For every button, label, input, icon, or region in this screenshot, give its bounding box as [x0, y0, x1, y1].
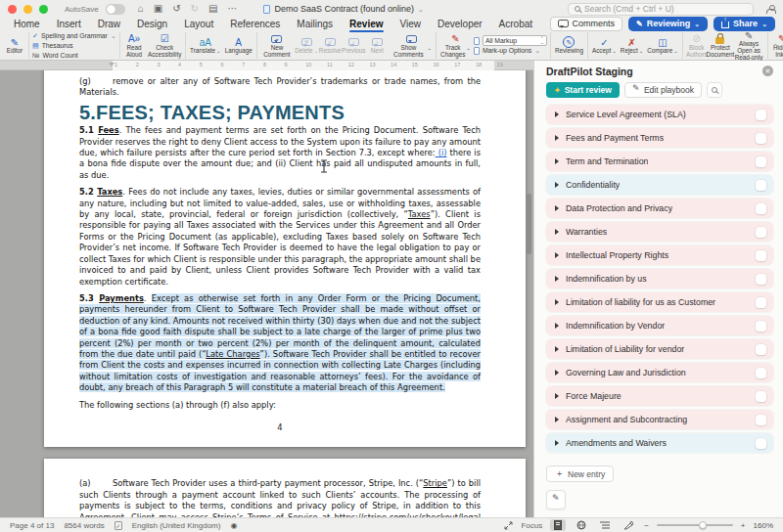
- zoom-slider[interactable]: [657, 524, 733, 526]
- clause-checkbox[interactable]: [756, 274, 766, 285]
- menu-tab-view[interactable]: View: [400, 19, 422, 29]
- clause-item-intellectual-property-rights[interactable]: Intellectual Property Rights: [546, 245, 773, 265]
- word-count[interactable]: 8564 words: [64, 521, 104, 530]
- clause-item-confidentiality[interactable]: Confidentiality: [546, 175, 773, 195]
- clause-checkbox[interactable]: [756, 297, 766, 308]
- draft-view-button[interactable]: [621, 519, 636, 531]
- clause-checkbox[interactable]: [756, 415, 766, 425]
- zoom-out-button[interactable]: −: [644, 521, 649, 530]
- zoom-in-button[interactable]: +: [741, 521, 746, 530]
- document-page[interactable]: (g)remove or alter any of Software Tech …: [44, 70, 526, 447]
- clause-item-fees-and-payment-terms[interactable]: Fees and Payment Terms: [546, 128, 773, 148]
- clause-checkbox[interactable]: [756, 250, 766, 261]
- page-indicator[interactable]: Page 4 of 13: [10, 521, 54, 530]
- vertical-scrollbar[interactable]: [527, 194, 531, 254]
- ribbon-reviewing-button[interactable]: ✎Reviewing: [554, 35, 584, 56]
- clause-checkbox[interactable]: [756, 438, 766, 449]
- ribbon-editor-button[interactable]: ✎Editor: [4, 35, 25, 56]
- menu-tab-acrobat[interactable]: Acrobat: [499, 19, 532, 29]
- print-icon[interactable]: ▤: [207, 4, 219, 14]
- document-canvas[interactable]: (g)remove or alter any of Software Tech …: [0, 70, 533, 517]
- clause-item-amendments-and-waivers[interactable]: Amendments and Waivers: [546, 433, 773, 453]
- ribbon-show-comments-button[interactable]: Show Comments: [390, 32, 433, 60]
- clause-checkbox[interactable]: [756, 133, 766, 144]
- menu-tab-review[interactable]: Review: [349, 19, 383, 29]
- clause-item-limitation-of-liability-for-us-as-customer[interactable]: Limitation of liability for us as Custom…: [546, 292, 773, 312]
- menu-tab-home[interactable]: Home: [14, 19, 40, 29]
- close-window-button[interactable]: [8, 5, 17, 14]
- ribbon-compare-button[interactable]: ◫Compare: [646, 35, 679, 56]
- language-indicator[interactable]: English (United Kingdom): [132, 521, 221, 530]
- clause-item-governing-law-and-jurisdiction[interactable]: Governing Law and Jurisdiction: [546, 363, 773, 382]
- expand-caret-icon[interactable]: [555, 299, 559, 305]
- proofing-status-icon[interactable]: ✓: [115, 521, 122, 530]
- clause-item-limitation-of-liability-for-vendor[interactable]: Limitation of Liability for vendor: [546, 339, 773, 359]
- menu-tab-developer[interactable]: Developer: [438, 19, 483, 29]
- save-icon[interactable]: ▣: [152, 4, 164, 14]
- clause-item-assignment-and-subcontracting[interactable]: Assignment and Subcontracting: [546, 410, 773, 429]
- dictation-icon[interactable]: ◉: [230, 521, 237, 530]
- undo-icon[interactable]: ↺: [170, 4, 182, 14]
- clause-checkbox[interactable]: [756, 156, 766, 167]
- edit-playbook-button[interactable]: Edit playbook: [624, 82, 702, 98]
- collapse-ribbon-icon[interactable]: ⌃: [772, 43, 778, 51]
- expand-caret-icon[interactable]: [555, 346, 559, 352]
- document-title-group[interactable]: Demo SaaS Contract (found online): [263, 4, 423, 14]
- document-page[interactable]: (a)Software Tech Provider uses a third-p…: [44, 459, 526, 517]
- clause-checkbox[interactable]: [756, 180, 766, 191]
- clause-checkbox[interactable]: [756, 391, 766, 402]
- ribbon-thesaurus-button[interactable]: ▤Thesaurus: [32, 42, 116, 50]
- new-entry-button[interactable]: ＋ New entry: [546, 466, 614, 482]
- autosave-toggle[interactable]: [106, 4, 125, 15]
- redo-icon[interactable]: ↻: [189, 4, 201, 14]
- close-panel-icon[interactable]: [762, 66, 773, 76]
- ribbon-translate-button[interactable]: aATranslate: [189, 35, 222, 56]
- zoom-level[interactable]: 160%: [754, 521, 773, 530]
- edit-entry-button[interactable]: [546, 490, 566, 510]
- clause-checkbox[interactable]: [756, 368, 766, 378]
- minimize-window-button[interactable]: [23, 5, 32, 14]
- ribbon-new-comment-button[interactable]: +New Comment: [260, 32, 295, 60]
- expand-caret-icon[interactable]: [555, 417, 559, 422]
- menu-tab-layout[interactable]: Layout: [184, 19, 213, 29]
- menu-tab-draw[interactable]: Draw: [98, 19, 120, 29]
- ruler[interactable]: 12345678910111213141516171819: [0, 61, 533, 70]
- zoom-window-button[interactable]: [39, 5, 48, 14]
- menu-tab-insert[interactable]: Insert: [57, 19, 81, 29]
- panel-search-button[interactable]: [707, 82, 722, 98]
- expand-caret-icon[interactable]: [555, 182, 559, 188]
- all-markup-dropdown[interactable]: All Markup⌃⌄: [483, 35, 547, 46]
- expand-caret-icon[interactable]: [555, 158, 559, 164]
- ribbon-track-changes-button[interactable]: ✎Track Changes: [439, 32, 472, 60]
- clause-item-warranties[interactable]: Warranties: [546, 222, 773, 242]
- web-layout-view-button[interactable]: [574, 519, 589, 531]
- expand-caret-icon[interactable]: [555, 252, 559, 258]
- menu-tab-references[interactable]: References: [230, 19, 280, 29]
- expand-caret-icon[interactable]: [555, 393, 559, 399]
- menu-tab-design[interactable]: Design: [137, 19, 167, 29]
- ribbon-accept-button[interactable]: ✓Accept: [591, 35, 618, 56]
- start-review-button[interactable]: ✦ Start review: [546, 82, 620, 98]
- reviewing-mode-button[interactable]: ✎ Reviewing: [628, 17, 708, 31]
- expand-caret-icon[interactable]: [555, 205, 559, 211]
- ribbon-word-count-button[interactable]: №Word Count: [32, 52, 116, 60]
- expand-caret-icon[interactable]: [555, 111, 559, 117]
- clause-checkbox[interactable]: [756, 110, 766, 120]
- focus-button[interactable]: Focus: [521, 521, 542, 530]
- comments-button[interactable]: Comments: [550, 17, 623, 31]
- clause-item-data-protection-and-privacy[interactable]: Data Protection and Privacy: [546, 199, 773, 218]
- clause-checkbox[interactable]: [756, 344, 766, 355]
- search-input[interactable]: Search (Cmd + Ctrl + U): [568, 3, 754, 16]
- expand-caret-icon[interactable]: [555, 135, 559, 141]
- ribbon-spelling-and-grammar-button[interactable]: ✓Spelling and Grammar: [32, 32, 116, 40]
- menu-tab-mailings[interactable]: Mailings: [297, 19, 333, 29]
- markup-view-select[interactable]: All Markup⌃⌄: [474, 37, 547, 45]
- clause-item-service-level-agreement-sla[interactable]: Service Level Agreement (SLA): [546, 105, 773, 124]
- more-icon[interactable]: ⋯: [225, 4, 239, 14]
- ribbon-protect-document-button[interactable]: Protect Document: [710, 32, 731, 60]
- clause-item-force-majeure[interactable]: Force Majeure: [546, 386, 773, 406]
- expand-caret-icon[interactable]: [555, 323, 559, 329]
- clause-checkbox[interactable]: [756, 227, 766, 238]
- clause-item-term-and-termination[interactable]: Term and Termination: [546, 152, 773, 171]
- zoom-slider-thumb[interactable]: [699, 521, 707, 529]
